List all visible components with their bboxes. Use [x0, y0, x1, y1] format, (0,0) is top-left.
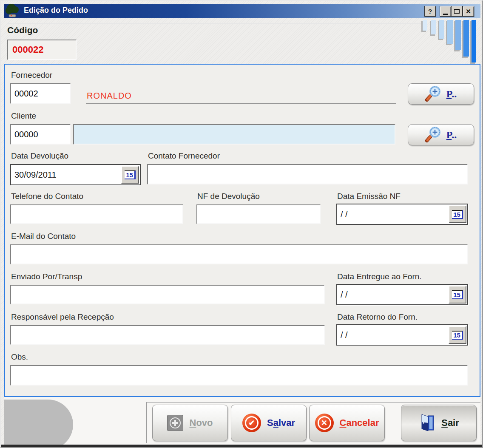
cancelar-button[interactable]: ✕ Cancelar [309, 405, 385, 441]
decorative-bar [439, 20, 444, 39]
data-entregue-field: 15 [336, 284, 468, 305]
obs-label: Obs. [11, 352, 28, 362]
calendar-button[interactable]: 15 [121, 166, 139, 184]
zoom-icon [425, 127, 442, 143]
new-plus-icon [167, 415, 183, 431]
titlebar: Edição do Pedido ? ✕ [4, 4, 480, 18]
responsavel-label: Responsável pela Recepção [11, 312, 114, 322]
enviado-label: Enviado Por/Transp [11, 272, 82, 281]
email-label: E-Mail do Contato [11, 232, 76, 241]
cliente-search-button[interactable]: P.. [408, 124, 474, 145]
codigo-label: Código [7, 25, 38, 35]
email-field[interactable] [10, 244, 468, 264]
search-button-label: P.. [446, 88, 457, 100]
data-entregue-input[interactable] [337, 290, 449, 300]
decorative-bar [455, 20, 461, 50]
salvar-button[interactable]: ✔ Salvar [231, 405, 307, 441]
calendar-icon: 15 [452, 210, 463, 219]
nf-devolucao-label: NF de Devolução [197, 192, 260, 201]
data-retorno-label: Data Retorno do Forn. [337, 312, 418, 322]
data-retorno-input[interactable] [337, 330, 449, 340]
cliente-code-field[interactable] [10, 124, 71, 145]
calendar-button[interactable]: 15 [449, 326, 466, 344]
codigo-field[interactable] [7, 40, 77, 60]
order-edit-window: Edição do Pedido ? ✕ Código Fornecedor R… [0, 0, 483, 448]
calendar-icon: 15 [125, 170, 136, 179]
contato-fornecedor-label: Contato Fornecedor [148, 151, 220, 161]
data-emissao-label: Data Emissão NF [337, 192, 401, 201]
data-entregue-label: Data Entregue ao Forn. [337, 272, 422, 281]
enviado-field[interactable] [10, 285, 325, 304]
telefone-field[interactable] [10, 204, 183, 224]
corner-decoration [4, 400, 73, 445]
decorative-bar [431, 20, 436, 34]
fornecedor-search-button[interactable]: P.. [408, 83, 474, 105]
novo-button[interactable]: Novo [152, 405, 228, 441]
contato-fornecedor-field[interactable] [147, 164, 468, 184]
action-panel-border-top [146, 402, 480, 403]
responsavel-field[interactable] [10, 325, 325, 345]
data-devolucao-input[interactable] [11, 170, 121, 180]
close-button[interactable]: ✕ [463, 6, 474, 17]
salvar-button-label: Salvar [267, 417, 295, 428]
window-title: Edição do Pedido [24, 6, 88, 15]
obs-field[interactable] [10, 365, 468, 386]
exit-door-icon [418, 414, 435, 432]
data-emissao-field: 15 [336, 204, 468, 225]
calendar-icon: 15 [452, 290, 463, 299]
fornecedor-label: Fornecedor [11, 71, 52, 80]
data-devolucao-field: 15 [10, 164, 141, 185]
sair-button[interactable]: Sair [401, 405, 477, 441]
sair-button-label: Sair [441, 417, 459, 428]
app-tree-icon [5, 3, 20, 19]
minimize-icon [443, 14, 448, 15]
decorative-bar [447, 20, 453, 44]
cancelar-button-label: Cancelar [340, 417, 379, 428]
telefone-label: Telefone do Contato [11, 192, 83, 201]
decorative-bar [423, 20, 427, 31]
zoom-icon [425, 86, 442, 102]
save-check-icon: ✔ [242, 414, 261, 432]
search-button-label: P.. [446, 129, 457, 141]
help-button[interactable]: ? [424, 6, 436, 17]
decorative-bar [463, 20, 469, 57]
decorative-bar [472, 20, 476, 62]
window-bottom-edge [1, 445, 483, 448]
data-devolucao-label: Data Devolução [11, 151, 68, 161]
fornecedor-name-underline [86, 103, 396, 104]
fornecedor-code-field[interactable] [10, 83, 71, 104]
calendar-button[interactable]: 15 [449, 286, 466, 303]
nf-devolucao-field[interactable] [196, 204, 321, 224]
maximize-button[interactable] [451, 6, 463, 17]
calendar-icon: 15 [452, 331, 463, 340]
cliente-name-field[interactable] [73, 124, 395, 145]
header-divider [7, 23, 425, 24]
fornecedor-name-text: RONALDO [87, 91, 132, 101]
calendar-button[interactable]: 15 [449, 205, 466, 223]
action-bar: Novo ✔ Salvar ✕ Cancelar Sair [4, 397, 480, 445]
action-panel-border-left [146, 402, 147, 443]
form-panel: Fornecedor RONALDO P.. Cliente [4, 64, 480, 397]
cancel-x-icon: ✕ [315, 414, 334, 432]
minimize-button[interactable] [440, 6, 451, 17]
cliente-label: Cliente [11, 111, 36, 121]
novo-button-label: Novo [189, 417, 213, 428]
data-emissao-input[interactable] [337, 210, 449, 219]
data-retorno-field: 15 [336, 324, 468, 346]
maximize-icon [454, 9, 460, 14]
